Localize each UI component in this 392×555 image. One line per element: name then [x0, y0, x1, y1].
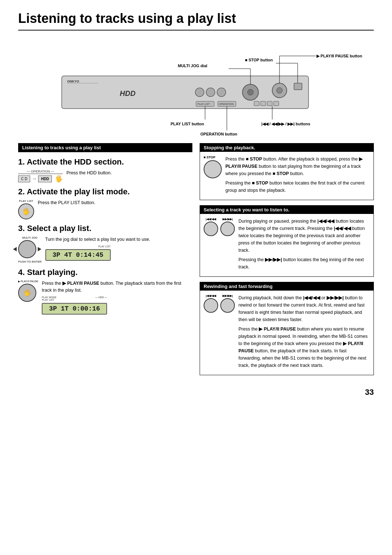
- play-list-button-icon: PLAY LIST 🖐: [18, 199, 34, 219]
- left-section-box: Listening to tracks using a play list: [18, 143, 192, 152]
- selecting-para-1: During playing or paused, pressing the |…: [238, 218, 370, 254]
- stopping-para-1: Press the ■ STOP button. After the playb…: [225, 155, 370, 177]
- svg-text:▶ PLAY/II PAUSE button: ▶ PLAY/II PAUSE button: [317, 54, 362, 58]
- svg-text:MULTI JOG dial: MULTI JOG dial: [178, 64, 207, 68]
- step-4-row: ▶ PLAY/II PAUSE 🖐 Press the ▶ PLAY/II PA…: [18, 280, 192, 316]
- selecting-content: |◀◀/◀◀ ▶▶/▶▶| During playing or paused, …: [200, 214, 373, 276]
- step-3-text: Turn the jog dial to select a play list …: [45, 236, 150, 243]
- stopping-header: Stopping the playback.: [200, 143, 373, 152]
- step-1-row: — OPERATION — C D → HDD 🖐 Press the HDD …: [18, 170, 192, 183]
- rewinding-para-2: Press the ▶ PLAY/II PAUSE button where y…: [238, 325, 370, 369]
- svg-point-4: [195, 88, 204, 97]
- rewinding-content: |◀◀/◀◀ ▶▶/▶▶| During playback, hold down…: [200, 291, 373, 375]
- step-3-title: 3. Select a play list.: [18, 224, 192, 233]
- multi-jog-dial-icon: MULTI JOG PUSH TO ENTER: [18, 236, 42, 263]
- selecting-para-2: Pressing the ▶▶/▶▶| button locates the b…: [238, 256, 370, 271]
- step-4: 4. Start playing. ▶ PLAY/II PAUSE 🖐 Pres…: [18, 268, 192, 316]
- step-1-title: 1. Activate the HDD section.: [18, 157, 192, 167]
- step-1: 1. Activate the HDD section. — OPERATION…: [18, 157, 192, 183]
- svg-text:HDD: HDD: [120, 89, 135, 97]
- hdd-operation-icon: — OPERATION — C D → HDD 🖐: [18, 170, 63, 183]
- right-column: Stopping the playback. ■ STOP Press the …: [200, 143, 374, 380]
- svg-rect-11: [294, 83, 302, 90]
- svg-text:OPERATION: OPERATION: [219, 103, 234, 105]
- page-title: Listening to tracks using a play list: [18, 11, 374, 31]
- step-2-text: Press the PLAY LIST button.: [38, 199, 95, 206]
- svg-rect-17: [274, 101, 279, 106]
- step-2-title: 2. Activate the play list mode.: [18, 187, 192, 197]
- svg-point-10: [277, 88, 282, 93]
- svg-rect-14: [254, 101, 259, 106]
- step-4-display: 3P 1T 0:00:16: [42, 303, 107, 315]
- svg-point-8: [248, 89, 253, 95]
- svg-rect-15: [261, 101, 266, 106]
- svg-rect-16: [267, 101, 272, 106]
- svg-text:PLAY LIST button: PLAY LIST button: [171, 122, 204, 126]
- rewinding-section: Rewinding and fast forwarding |◀◀/◀◀ ▶▶/…: [200, 282, 374, 375]
- stopping-para-2: Pressing the ■ STOP button twice locates…: [225, 179, 370, 194]
- step-2-row: PLAY LIST 🖐 Press the PLAY LIST button.: [18, 199, 192, 219]
- left-section-header: Listening to tracks using a play list: [19, 143, 192, 152]
- svg-text:OPERATION button: OPERATION button: [200, 132, 237, 136]
- selecting-section: Selecting a track you want to listen to.…: [200, 205, 374, 277]
- step-3-row: MULTI JOG PUSH TO ENTER: [18, 236, 192, 263]
- step-2: 2. Activate the play list mode. PLAY LIS…: [18, 187, 192, 219]
- svg-text:|◀◀ / ◀◀/▶▶ / ▶▶| buttons: |◀◀ / ◀◀/▶▶ / ▶▶| buttons: [261, 122, 310, 126]
- play-pause-button-icon: ▶ PLAY/II PAUSE 🖐: [18, 280, 38, 302]
- step-3-display: 3P 4T 0:14:45: [45, 249, 111, 261]
- svg-point-5: [206, 88, 215, 97]
- step-3: 3. Select a play list. MULTI JOG: [18, 224, 192, 263]
- rewinding-para-1: During playback, hold down the |◀◀/◀◀ or…: [238, 294, 370, 323]
- left-column: Listening to tracks using a play list 1.…: [18, 143, 192, 380]
- stopping-content: ■ STOP Press the ■ STOP button. After th…: [200, 152, 373, 200]
- main-content: Listening to tracks using a play list 1.…: [18, 143, 374, 380]
- svg-text:■ STOP button: ■ STOP button: [245, 58, 273, 62]
- stopping-section: Stopping the playback. ■ STOP Press the …: [200, 143, 374, 200]
- rewinding-header: Rewinding and fast forwarding: [200, 282, 373, 291]
- step-4-text: Press the ▶ PLAY/II PAUSE button. The pl…: [42, 280, 192, 294]
- selecting-header: Selecting a track you want to listen to.: [200, 206, 373, 214]
- svg-text:ONKYO: ONKYO: [67, 80, 79, 83]
- step-4-title: 4. Start playing.: [18, 268, 192, 277]
- svg-text:PLAY LIST: PLAY LIST: [197, 103, 210, 105]
- rewind-icons: |◀◀/◀◀ ▶▶/▶▶|: [204, 294, 235, 313]
- device-diagram: ONKYO HDD PLAY LIST OPERATION ■ STOP but…: [18, 38, 374, 139]
- stop-button-icon: ■ STOP: [204, 155, 222, 178]
- step-1-text: Press the HDD button.: [66, 170, 112, 177]
- svg-point-6: [217, 88, 226, 97]
- page-number: 33: [18, 388, 374, 397]
- skip-icons: |◀◀/◀◀ ▶▶/▶▶|: [204, 218, 235, 236]
